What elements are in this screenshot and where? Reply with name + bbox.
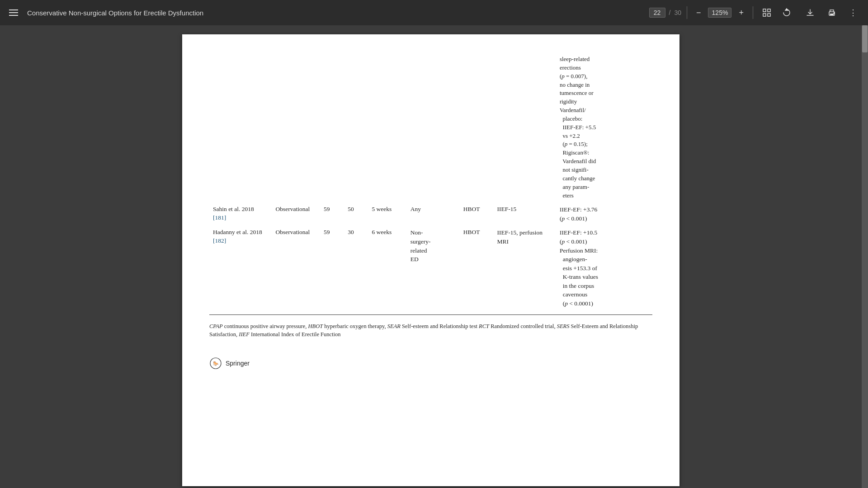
cell-treatment-hadanny: HBOT bbox=[460, 225, 494, 310]
zoom-out-button[interactable]: − bbox=[693, 6, 705, 19]
cell-studytype-hadanny: Observational bbox=[272, 225, 320, 310]
cell-studytype-overflow bbox=[272, 52, 320, 202]
svg-rect-3 bbox=[768, 14, 770, 16]
svg-text:🐎: 🐎 bbox=[213, 361, 219, 366]
cell-author-sahin: Sahin et al. 2018 [181] bbox=[209, 202, 272, 225]
svg-rect-1 bbox=[768, 9, 770, 12]
rotate-button[interactable] bbox=[778, 6, 795, 19]
cell-results-overflow: sleep-related erections (p = 0.007), no … bbox=[556, 52, 652, 202]
cell-duration-overflow bbox=[368, 52, 406, 202]
cell-age-hadanny: 30 bbox=[344, 225, 368, 310]
cell-n-sahin: 59 bbox=[320, 202, 344, 225]
zoom-in-button[interactable]: + bbox=[735, 6, 747, 19]
cell-duration-sahin: 5 weeks bbox=[368, 202, 406, 225]
table-bottom-border bbox=[209, 314, 652, 315]
toolbar: Conservative Non-surgical Options for Er… bbox=[0, 0, 868, 25]
download-button[interactable] bbox=[802, 6, 818, 19]
page-total: 30 bbox=[674, 9, 681, 16]
svg-rect-0 bbox=[763, 9, 766, 12]
cell-n-overflow bbox=[320, 52, 344, 202]
print-button[interactable] bbox=[824, 6, 840, 19]
cell-results-sahin: IIEF-EF: +3.76 (p < 0.001) bbox=[556, 202, 652, 225]
svg-rect-6 bbox=[830, 14, 834, 15]
ref-181-link[interactable]: [181] bbox=[213, 214, 226, 221]
toolbar-controls: / 30 − + bbox=[649, 6, 795, 19]
cell-treatment-sahin: HBOT bbox=[460, 202, 494, 225]
divider-2 bbox=[753, 6, 753, 19]
scrollbar-thumb[interactable] bbox=[862, 25, 868, 52]
svg-marker-4 bbox=[785, 9, 788, 10]
cell-outcome-hadanny: IIEF-15, perfusionMRI bbox=[493, 225, 556, 310]
table-continuation: sleep-related erections (p = 0.007), no … bbox=[209, 52, 652, 311]
table-row-hadanny: Hadanny et al. 2018 [182] Observational … bbox=[209, 225, 652, 310]
ref-182-link[interactable]: [182] bbox=[213, 237, 226, 244]
springer-logo: 🐎 Springer bbox=[209, 357, 652, 370]
cell-duration-hadanny: 6 weeks bbox=[368, 225, 406, 310]
page-separator: / bbox=[669, 9, 671, 16]
document-title: Conservative Non-surgical Options for Er… bbox=[27, 9, 642, 17]
cell-author-hadanny: Hadanny et al. 2018 [182] bbox=[209, 225, 272, 310]
table-row-sahin: Sahin et al. 2018 [181] Observational 59… bbox=[209, 202, 652, 225]
cell-author-overflow bbox=[209, 52, 272, 202]
cell-studytype-sahin: Observational bbox=[272, 202, 320, 225]
cell-outcome-overflow bbox=[493, 52, 556, 202]
cell-age-overflow bbox=[344, 52, 368, 202]
more-options-button[interactable]: ⋮ bbox=[845, 6, 861, 19]
cell-n-hadanny: 59 bbox=[320, 225, 344, 310]
cell-etiology-hadanny: Non-surgery-relatedED bbox=[407, 225, 460, 310]
scrollbar-track[interactable] bbox=[862, 25, 868, 488]
toolbar-right: ⋮ bbox=[802, 6, 861, 19]
footnote: CPAP continuous positive airway pressure… bbox=[209, 322, 652, 339]
pdf-page: sleep-related erections (p = 0.007), no … bbox=[182, 34, 679, 486]
cell-results-hadanny: IIEF-EF: +10.5 (p < 0.001) Perfusion MRI… bbox=[556, 225, 652, 310]
divider-1 bbox=[687, 6, 687, 19]
springer-icon: 🐎 bbox=[209, 357, 222, 370]
cell-etiology-sahin: Any bbox=[407, 202, 460, 225]
cell-outcome-sahin: IIEF-15 bbox=[493, 202, 556, 225]
svg-rect-2 bbox=[763, 14, 766, 16]
page-number-input[interactable] bbox=[649, 8, 665, 18]
cell-age-sahin: 50 bbox=[344, 202, 368, 225]
table-row-overflow: sleep-related erections (p = 0.007), no … bbox=[209, 52, 652, 202]
svg-point-7 bbox=[834, 13, 835, 14]
zoom-input[interactable] bbox=[708, 8, 731, 18]
menu-icon[interactable] bbox=[7, 8, 20, 18]
springer-name: Springer bbox=[226, 360, 250, 367]
content-area: sleep-related erections (p = 0.007), no … bbox=[0, 25, 868, 488]
cell-treatment-overflow bbox=[460, 52, 494, 202]
pdf-container[interactable]: sleep-related erections (p = 0.007), no … bbox=[0, 25, 862, 488]
fit-page-button[interactable] bbox=[759, 6, 775, 19]
cell-etiology-overflow bbox=[407, 52, 460, 202]
